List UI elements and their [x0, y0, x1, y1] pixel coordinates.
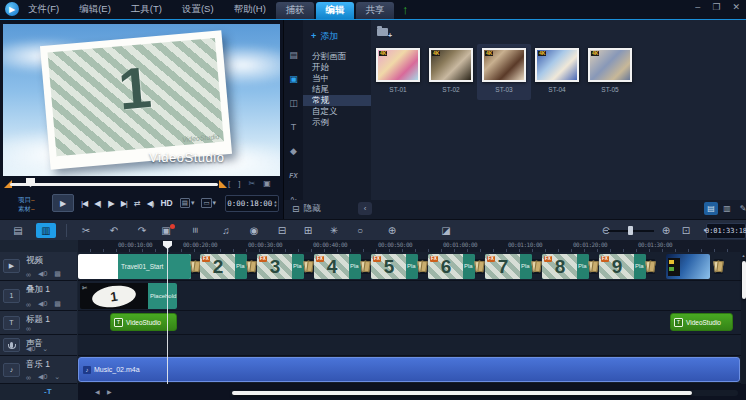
- time-remap-button[interactable]: ✳: [324, 223, 344, 238]
- overlay-track-lane[interactable]: [78, 281, 741, 311]
- overlay-clip[interactable]: ✄1Placehold: [80, 283, 177, 309]
- template-thumbnail[interactable]: 4KST-05: [583, 44, 637, 100]
- motion-tracking-button[interactable]: ⊕: [382, 223, 402, 238]
- restore-button[interactable]: ❐: [712, 2, 720, 12]
- hd-button[interactable]: HD: [160, 198, 172, 208]
- video-clip-placeholder[interactable]: 2FXPla: [200, 254, 247, 279]
- mode-project[interactable]: 项目–: [18, 195, 35, 204]
- menu-item[interactable]: 编辑(E): [79, 3, 111, 16]
- next-frame-button[interactable]: |▶: [107, 199, 113, 208]
- scroll-right-icon[interactable]: ▶: [107, 388, 112, 395]
- video-clip-placeholder[interactable]: 3FXPla: [257, 254, 304, 279]
- transition-clip[interactable]: [646, 259, 655, 274]
- video-clip-placeholder[interactable]: 7FXPla: [485, 254, 532, 279]
- instant-project-icon[interactable]: ▣: [284, 70, 303, 88]
- title-icon[interactable]: T: [284, 118, 303, 136]
- music-clip[interactable]: ♪Music_02.m4a: [78, 357, 740, 382]
- timeline-timecode[interactable]: 0:01:33:18: [706, 223, 746, 239]
- timeline-zoom-slider[interactable]: [608, 229, 654, 233]
- volume-icon[interactable]: ◀0: [26, 345, 35, 353]
- category-item[interactable]: 自定义: [303, 106, 371, 117]
- transition-clip[interactable]: [418, 259, 427, 274]
- category-item[interactable]: 当中: [303, 73, 371, 84]
- video-clip-placeholder[interactable]: 4FXPla: [314, 254, 361, 279]
- timeline-vertical-scrollbar[interactable]: ▲: [741, 252, 746, 384]
- link-icon[interactable]: ∞: [26, 325, 31, 332]
- template-thumbnail[interactable]: 4KST-02: [424, 44, 478, 100]
- music-track-icon[interactable]: ♪: [3, 363, 20, 377]
- transition-clip[interactable]: [714, 259, 723, 274]
- link-icon[interactable]: ∞: [26, 271, 31, 278]
- scroll-up-icon[interactable]: ▲: [741, 253, 746, 258]
- voice-track-lane[interactable]: [78, 335, 741, 356]
- volume-button[interactable]: ◀): [147, 199, 154, 208]
- title-track-lane[interactable]: [78, 311, 741, 335]
- mark-in-icon[interactable]: [: [228, 179, 230, 188]
- split-clip-icon[interactable]: ✂: [248, 179, 255, 188]
- scrub-track[interactable]: [10, 183, 218, 186]
- link-icon[interactable]: ∞: [26, 301, 31, 308]
- transition-clip[interactable]: [247, 259, 256, 274]
- redo-button[interactable]: ↷: [132, 223, 152, 238]
- prev-frame-button[interactable]: ◀|: [94, 199, 100, 208]
- shape-tool-button[interactable]: ○: [350, 223, 370, 238]
- library-panel-toggle[interactable]: ▤: [704, 202, 718, 215]
- transition-clip[interactable]: [532, 259, 541, 274]
- category-item[interactable]: 开始: [303, 62, 371, 73]
- template-thumbnail[interactable]: 4KST-03: [477, 44, 531, 100]
- transition-clip[interactable]: [475, 259, 484, 274]
- video-clip-first[interactable]: Travel01_Start: [78, 254, 191, 279]
- sound-mixer-button[interactable]: ≡: [186, 223, 206, 238]
- video-clip-placeholder[interactable]: 6FXPla: [428, 254, 475, 279]
- multicam-editor-button[interactable]: ⊞: [298, 223, 318, 238]
- preview-window-options[interactable]: ▭▾: [201, 198, 216, 208]
- mask-creator-button[interactable]: ◪: [436, 223, 456, 238]
- category-item[interactable]: 结尾: [303, 84, 371, 95]
- media-icon[interactable]: ▤: [284, 46, 303, 64]
- menu-item[interactable]: 帮助(H): [234, 3, 266, 16]
- undo-button[interactable]: ↶: [104, 223, 124, 238]
- trim-out-handle[interactable]: [219, 180, 227, 188]
- preview-timecode[interactable]: 0:00:18:00▲▼: [225, 195, 279, 212]
- fit-project-to-window-button[interactable]: ⊡: [676, 223, 696, 238]
- volume-icon[interactable]: ◀0: [38, 373, 47, 381]
- volume-icon[interactable]: ◀0: [38, 270, 47, 278]
- options-panel-toggle[interactable]: ▥: [720, 202, 734, 215]
- transition-clip[interactable]: [361, 259, 370, 274]
- mark-out-icon[interactable]: ]: [238, 179, 240, 188]
- menu-item[interactable]: 文件(F): [28, 3, 59, 16]
- timecode-spinner-icon[interactable]: ▲▼: [274, 200, 276, 207]
- subtitle-editor-button[interactable]: ⊟: [272, 223, 292, 238]
- playback-quality[interactable]: ▤▾: [180, 198, 195, 208]
- video-track-icon[interactable]: ▶: [3, 259, 20, 273]
- tab-share[interactable]: 共享: [356, 2, 394, 19]
- mosaic-icon[interactable]: ▩: [54, 300, 61, 308]
- filter-icon[interactable]: FX: [284, 166, 303, 184]
- template-thumbnail[interactable]: 4KST-01: [371, 44, 425, 100]
- category-item[interactable]: 分割画面: [303, 51, 371, 62]
- track-header-video[interactable]: ▶视频∞◀0▩: [0, 252, 77, 281]
- timeline-view-button[interactable]: ▥: [36, 223, 56, 238]
- pan-zoom-button[interactable]: ◉: [244, 223, 264, 238]
- track-header-music[interactable]: ♪音乐 1∞◀0⌄: [0, 356, 77, 384]
- split-razor-button[interactable]: ✂: [76, 223, 96, 238]
- slider-handle[interactable]: [628, 226, 633, 235]
- video-clip-placeholder[interactable]: 8FXPla: [542, 254, 589, 279]
- graphic-icon[interactable]: ◆: [284, 142, 303, 160]
- transition-clip[interactable]: [589, 259, 598, 274]
- transition-clip[interactable]: [304, 259, 313, 274]
- zoom-in-button[interactable]: ⊕: [656, 223, 676, 238]
- collapse-icon[interactable]: ⌄: [54, 373, 60, 381]
- loop-button[interactable]: ⇄: [134, 199, 140, 208]
- enlarge-preview-icon[interactable]: ▣: [263, 179, 271, 188]
- minimize-button[interactable]: –: [695, 2, 700, 12]
- timeline-horizontal-scrollbar[interactable]: [230, 390, 738, 396]
- title-clip[interactable]: TVideoStudio: [670, 313, 733, 331]
- auto-music-button[interactable]: ♫: [216, 223, 236, 238]
- hide-library-button[interactable]: ⊟ 隐藏: [292, 203, 321, 215]
- menu-item[interactable]: 设置(S): [182, 3, 214, 16]
- tab-edit[interactable]: 编辑: [316, 2, 354, 19]
- video-clip-placeholder[interactable]: 5FXPla: [371, 254, 418, 279]
- storyboard-view-button[interactable]: ▤: [8, 223, 28, 238]
- upload-arrow-icon[interactable]: ↑: [402, 3, 409, 16]
